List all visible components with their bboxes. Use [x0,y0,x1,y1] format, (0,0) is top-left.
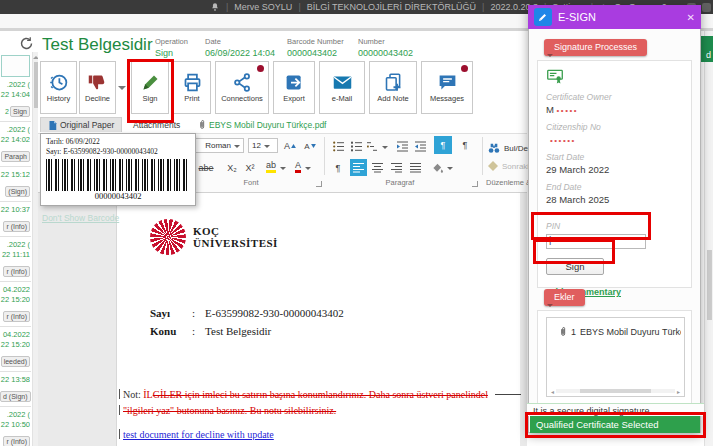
history-button[interactable]: History [40,61,77,114]
bell-icon[interactable] [210,2,220,12]
field-date: Date 06/09/2022 14:04 [205,37,285,58]
outdent-button[interactable] [394,138,410,154]
ekler-chip[interactable]: Ekler [544,289,585,306]
multilevel-list-button[interactable] [366,138,388,154]
attachments-list: 1 EBYS Mobil Duyuru Türkç ◂ ▸ [546,317,685,397]
paragraph-ltr-button[interactable]: ¶ [456,136,474,154]
hscroll-thumb[interactable] [580,389,651,393]
logo-sunburst-icon [150,219,186,255]
hscroll-track[interactable] [556,389,675,393]
superscript-glyph: X² [246,163,255,173]
strikethrough-button[interactable]: abe [198,160,214,176]
connections-button[interactable]: Connections [215,61,269,114]
selected-list-item[interactable] [1,55,30,77]
barcode-no-line: Sayı: E-63599082-930-00000043402 [46,147,190,157]
qualified-certificate-banner: Qualified Certificate Selected [530,416,700,433]
topbar-username[interactable]: Merve SOYLU [234,2,292,12]
list-item[interactable]: 22 10:37r (Info) [0,202,31,237]
note-paragraph: Not: İLGİLER için imleci bu satırın başı… [119,387,517,419]
field-label: Number [358,37,438,46]
font-size-select[interactable]: 12 [248,138,278,153]
tab-label: Attachments [133,120,180,130]
bullet-list-button[interactable] [330,138,346,154]
list-item[interactable]: .2022 (22 11:11r (Info) [0,237,31,282]
subscript-button[interactable]: X₂ [224,160,240,176]
status-badge: r (Info) [3,436,30,446]
esign-sign-button[interactable]: Sign [546,258,604,275]
decline-button[interactable]: Decline [79,61,116,114]
cert-owner-value: M ••••• [546,104,683,115]
printer-icon [182,72,203,93]
document-page[interactable]: KOÇ ÜNİVERSİTESİ Sayı : E-63599082-930-0… [117,193,520,446]
align-left-button[interactable] [350,159,367,176]
scroll-left-arrow[interactable]: ◂ [551,388,554,395]
close-icon[interactable]: ✕ [687,12,695,23]
print-button[interactable]: Print [173,61,211,114]
esign-pen-icon [534,8,552,26]
tab-original-paper[interactable]: Original Paper [40,117,122,132]
item-time: 22 15:20 [0,295,30,305]
list-item[interactable]: .2022 (22 14:02Paraph [0,122,31,167]
tab-attachments[interactable]: Attachments [126,117,187,132]
list-item[interactable]: .2022 (22 14:042Sign [0,77,31,122]
align-center-button[interactable] [369,159,386,176]
font-color-glyph: A [295,161,301,173]
item-time: 22 11:11 [0,250,30,260]
field-number: Number 00000043402 [358,37,438,58]
email-button[interactable]: e-Mail [319,61,365,114]
signature-processes-chip[interactable]: Signature Processes [544,39,647,56]
fragment-letter: d [706,50,711,60]
note-red-struck: GİLER için imleci bu satırın başına konu… [153,389,488,400]
add-note-button[interactable]: Add Note [369,61,417,114]
show-marks-button[interactable]: ¶ [330,160,346,176]
justify-button[interactable] [407,159,424,176]
document-canvas: KOÇ ÜNİVERSİTESİ Sayı : E-63599082-930-0… [38,193,527,446]
list-item[interactable]: .2022 (22 10:50r (Info) [0,407,31,446]
document-window: Test Belgesidir Operation Sign Date 06/0… [38,31,527,446]
esign-dialog: E-SIGN ✕ Signature Processes Certificate… [527,5,704,446]
barcode-number: 00000043402 [46,191,190,201]
window-scrollbar[interactable] [704,31,713,446]
citizenship-label: Citizenship No [546,122,683,132]
change-bar [119,429,120,439]
item-time: 22 15:12 [0,170,30,180]
attachment-name: EBYS Mobil Duyuru Türkç [580,327,681,337]
list-item[interactable]: 04.202222 15:20r (Info) [0,282,31,327]
shading-bucket-button[interactable] [430,159,454,175]
esign-header[interactable]: E-SIGN ✕ [528,5,701,29]
attachment-row[interactable]: 1 EBYS Mobil Duyuru Türkç [559,326,681,337]
item-time: 22 14:04 [0,90,30,100]
chat-bubble-icon [437,72,458,93]
numbered-list-button[interactable] [348,138,364,154]
shrink-font-button[interactable]: A [302,138,318,154]
scroll-right-arrow[interactable]: ▸ [677,388,680,395]
attachment-hscrollbar[interactable]: ◂ ▸ [551,388,680,394]
citizenship-value: •••••• [546,134,683,145]
refresh-icon[interactable] [19,36,34,51]
font-dialog-launcher[interactable] [316,181,322,187]
export-button[interactable]: Export [273,61,315,114]
hide-barcode-link[interactable]: Don't Show Barcode [42,213,119,223]
status-badge: r (Info) [3,266,30,277]
citizenship-mask-dots: •••••• [550,136,576,145]
highlight-color-button[interactable]: ab [264,159,288,175]
scrollbar-thumb[interactable] [707,250,712,320]
superscript-button[interactable]: X² [242,160,258,176]
paragraph-rtl-button[interactable]: ¶ [434,136,452,154]
list-item[interactable]: 22 13:58d (Sign) [0,372,31,407]
align-right-button[interactable] [388,159,405,176]
decline-dropdown-caret[interactable] [118,86,126,94]
list-item[interactable]: 04.202222 15:20leeded) [0,327,31,372]
pin-input[interactable]: | [546,234,646,249]
button-label: e-Mail [332,95,352,103]
grow-font-button[interactable]: A [282,138,298,154]
messages-button[interactable]: Messages [421,61,473,114]
sign-button[interactable]: Sign [131,61,169,114]
button-label: Connections [221,95,263,103]
attachment-file-link[interactable]: EBYS Mobil Duyuru Türkçe.pdf [198,117,326,132]
item-date: 04.2022 [0,330,30,340]
indent-button[interactable] [412,138,428,154]
font-color-button[interactable]: A [292,159,314,175]
list-item[interactable]: 22 15:12(Sign) [0,167,31,202]
paragraph-dialog-launcher[interactable] [472,181,478,187]
